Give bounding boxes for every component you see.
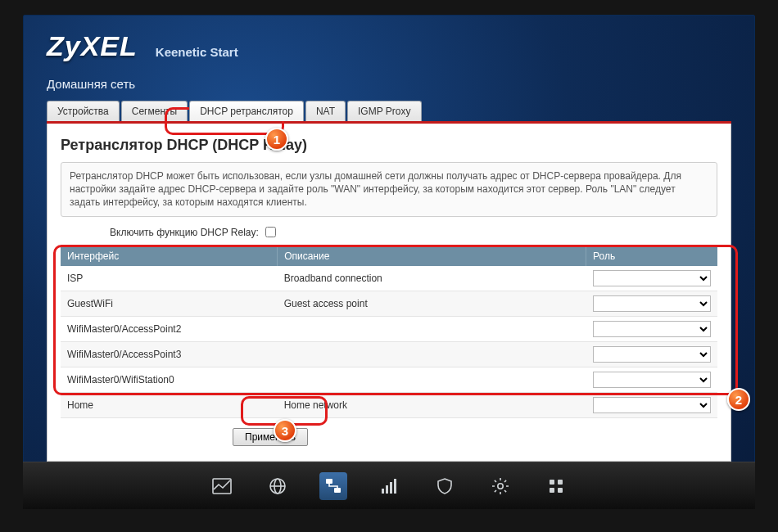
table-row: HomeHome network [61, 392, 717, 417]
svg-rect-11 [550, 480, 554, 485]
col-interface: Интерфейс [61, 246, 278, 266]
app-frame: ZyXEL Keenetic Start Домашняя сеть Устро… [23, 15, 755, 509]
role-select[interactable] [593, 397, 711, 413]
role-select[interactable] [593, 270, 711, 286]
table-row: WifiMaster0/AccessPoint3 [61, 341, 717, 367]
apply-button[interactable]: Применить [233, 428, 308, 446]
globe-icon[interactable] [264, 472, 292, 500]
cell-description: Home network [278, 392, 586, 417]
brand-row: ZyXEL Keenetic Start [24, 16, 754, 74]
cell-role [586, 316, 717, 341]
svg-point-10 [498, 483, 503, 488]
cell-role [586, 266, 717, 291]
cell-interface: WifiMaster0/AccessPoint2 [61, 316, 278, 341]
product-name: Keenetic Start [156, 45, 238, 62]
tab-dhcp-relay[interactable]: DHCP ретранслятор [189, 101, 304, 121]
enable-checkbox[interactable] [265, 227, 276, 237]
section-title: Домашняя сеть [24, 74, 754, 101]
table-header-row: Интерфейс Описание Роль [61, 246, 717, 266]
network-icon[interactable] [319, 472, 347, 500]
svg-rect-12 [558, 480, 563, 485]
gear-icon[interactable] [486, 472, 514, 500]
tabs-bar: Устройства Сегменты DHCP ретранслятор NA… [24, 101, 754, 121]
table-row: ISPBroadband connection [61, 266, 717, 291]
svg-rect-5 [334, 488, 341, 493]
table-row: WifiMaster0/WifiStation0 [61, 367, 717, 392]
enable-label: Включить функцию DHCP Relay: [110, 227, 259, 238]
cell-description: Broadband connection [278, 266, 586, 291]
cell-interface: Home [61, 392, 278, 417]
role-select[interactable] [593, 321, 711, 337]
cell-interface: WifiMaster0/AccessPoint3 [61, 341, 278, 367]
svg-rect-6 [382, 489, 384, 494]
role-select[interactable] [593, 295, 711, 312]
svg-rect-9 [394, 479, 396, 494]
cell-interface: WifiMaster0/WifiStation0 [61, 367, 278, 392]
cell-role [586, 392, 717, 417]
tab-nat[interactable]: NAT [305, 101, 346, 121]
role-select[interactable] [593, 346, 711, 363]
table-row: WifiMaster0/AccessPoint2 [61, 316, 717, 341]
cell-role [586, 291, 717, 316]
interfaces-table: Интерфейс Описание Роль ISPBroadband con… [61, 246, 717, 418]
content-panel: Ретранслятор DHCP (DHCP Relay) Ретрансля… [47, 124, 731, 462]
col-description: Описание [278, 246, 586, 266]
apps-icon[interactable] [542, 472, 570, 500]
cell-role [586, 341, 717, 367]
cell-description [278, 341, 586, 367]
signal-icon[interactable] [375, 472, 403, 500]
shield-icon[interactable] [431, 472, 459, 500]
table-row: GuestWiFiGuest access point [61, 291, 717, 316]
svg-rect-8 [390, 482, 392, 494]
cell-interface: ISP [61, 266, 278, 291]
tab-segments[interactable]: Сегменты [121, 101, 188, 121]
bottom-dock [23, 462, 755, 509]
svg-rect-0 [213, 479, 231, 494]
cell-role [586, 367, 717, 392]
status-icon[interactable] [208, 472, 236, 500]
cell-interface: GuestWiFi [61, 291, 278, 316]
cell-description [278, 367, 586, 392]
col-role: Роль [586, 246, 717, 266]
info-text: Ретранслятор DHCP может быть использован… [61, 162, 717, 217]
cell-description [278, 316, 586, 341]
tab-devices[interactable]: Устройства [47, 101, 120, 121]
cell-description: Guest access point [278, 291, 586, 316]
tab-igmp-proxy[interactable]: IGMP Proxy [347, 101, 421, 121]
brand-logo: ZyXEL [47, 30, 138, 62]
svg-rect-14 [558, 488, 563, 493]
svg-rect-4 [326, 479, 332, 484]
svg-rect-7 [386, 485, 388, 494]
role-select[interactable] [593, 372, 711, 388]
enable-row: Включить функцию DHCP Relay: [61, 217, 717, 246]
svg-rect-13 [550, 488, 554, 493]
panel-heading: Ретранслятор DHCP (DHCP Relay) [61, 137, 717, 154]
